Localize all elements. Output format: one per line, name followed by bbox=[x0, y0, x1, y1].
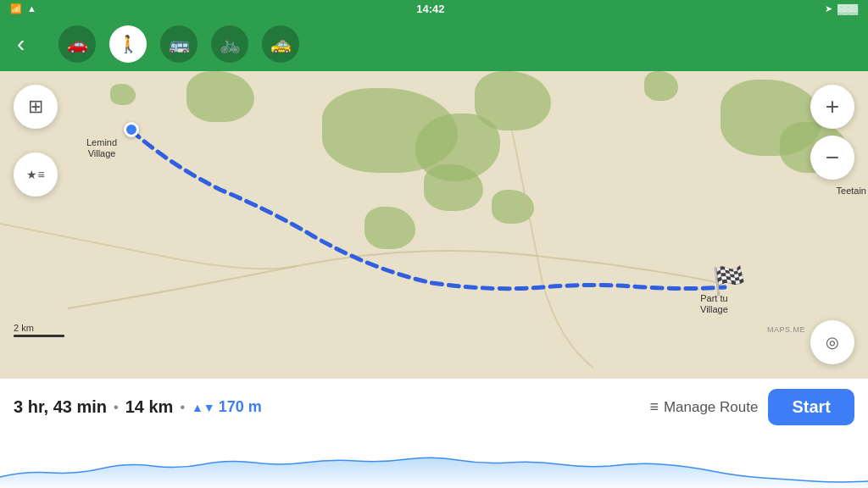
status-right: ➤ ▓▓▓ bbox=[825, 3, 858, 14]
manage-route-button[interactable]: ≡ Manage Route bbox=[649, 398, 758, 416]
zoom-in-button[interactable]: + bbox=[810, 85, 854, 129]
elevation-arrows-icon: ▲▼ bbox=[192, 401, 215, 414]
bottom-panel: 3 hr, 43 min • 14 km • ▲▼ 170 m ≡ Manage… bbox=[0, 378, 868, 488]
elevation-chart bbox=[0, 439, 868, 488]
elevation-value: 170 m bbox=[219, 398, 262, 416]
favorites-icon: ★≡ bbox=[26, 168, 44, 181]
transit-mode-button[interactable]: 🚌 bbox=[160, 25, 198, 63]
back-button[interactable]: ‹ bbox=[17, 32, 25, 56]
transport-mode-selector: 🚗 🚶 🚌 🚲 🚕 bbox=[58, 25, 299, 63]
manage-route-icon: ≡ bbox=[649, 398, 659, 416]
location-dot-icon: ◎ bbox=[826, 333, 839, 352]
bike-mode-button[interactable]: 🚲 bbox=[211, 25, 248, 63]
origin-marker bbox=[124, 122, 139, 137]
separator-1: • bbox=[114, 400, 119, 415]
nav-bar: ‹ 🚗 🚶 🚌 🚲 🚕 bbox=[0, 17, 868, 71]
destination-label: Part tuVillage bbox=[700, 293, 728, 315]
status-time: 14:42 bbox=[416, 3, 444, 15]
battery-icon: ▓▓▓ bbox=[837, 3, 858, 14]
teetain-label: Teetain bbox=[837, 186, 866, 197]
origin-label: LemindVillage bbox=[86, 137, 117, 159]
favorites-button[interactable]: ★≡ bbox=[14, 152, 58, 197]
route-duration: 3 hr, 43 min bbox=[14, 397, 107, 417]
signal-icon: ▲ bbox=[27, 3, 36, 14]
zoom-out-button[interactable]: − bbox=[810, 136, 854, 180]
separator-2: • bbox=[180, 400, 185, 415]
status-bar: 📶 ▲ 14:42 ➤ ▓▓▓ bbox=[0, 0, 868, 17]
my-location-button[interactable]: ◎ bbox=[810, 320, 854, 364]
start-button[interactable]: Start bbox=[768, 389, 854, 425]
taxi-mode-button[interactable]: 🚕 bbox=[262, 25, 299, 63]
map-area[interactable]: LemindVillage 🏁 Part tuVillage Teetain ⊞… bbox=[0, 71, 868, 378]
location-status-icon: ➤ bbox=[825, 3, 832, 14]
scale-label: 2 km bbox=[14, 323, 34, 333]
route-info-row: 3 hr, 43 min • 14 km • ▲▼ 170 m ≡ Manage… bbox=[0, 379, 868, 429]
wifi-icon: 📶 bbox=[10, 3, 22, 14]
route-path bbox=[0, 71, 868, 378]
layers-button[interactable]: ⊞ bbox=[14, 85, 58, 129]
route-elevation: ▲▼ 170 m bbox=[192, 398, 262, 416]
route-actions: ≡ Manage Route Start bbox=[649, 389, 854, 425]
layers-icon: ⊞ bbox=[28, 96, 43, 118]
manage-route-label: Manage Route bbox=[664, 399, 759, 416]
destination-flag: 🏁 bbox=[712, 264, 746, 297]
walk-mode-button[interactable]: 🚶 bbox=[109, 25, 147, 63]
scale-bar: 2 km bbox=[14, 323, 64, 337]
maps-me-watermark: MAPS.ME bbox=[767, 325, 805, 334]
route-distance: 14 km bbox=[125, 397, 174, 417]
status-left: 📶 ▲ bbox=[10, 3, 36, 14]
car-mode-button[interactable]: 🚗 bbox=[58, 25, 96, 63]
scale-line bbox=[14, 335, 64, 337]
